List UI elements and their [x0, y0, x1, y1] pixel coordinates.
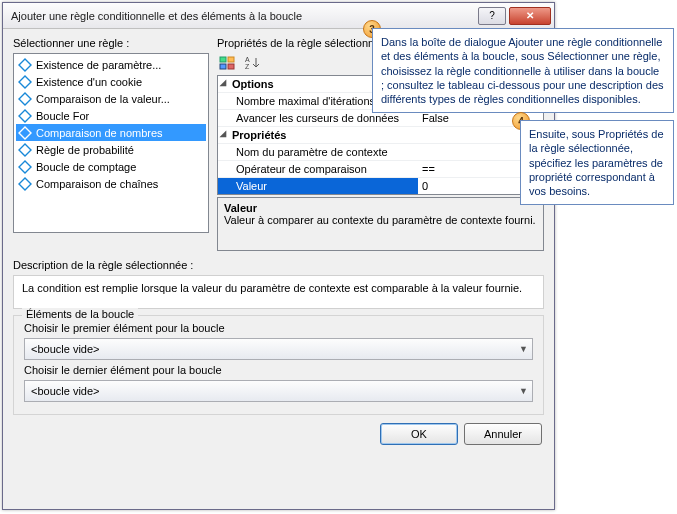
rules-listbox[interactable]: Existence de paramètre... Existence d'un…: [13, 53, 209, 233]
svg-rect-0: [220, 57, 226, 62]
alphabetical-button[interactable]: AZ: [243, 54, 263, 72]
chevron-down-icon: ▼: [519, 344, 528, 354]
first-item-combo[interactable]: <boucle vide> ▼: [24, 338, 533, 360]
ok-button[interactable]: OK: [380, 423, 458, 445]
svg-rect-2: [220, 64, 226, 69]
condition-icon: [18, 75, 32, 89]
condition-icon: [18, 126, 32, 140]
prop-name[interactable]: Opérateur de comparaison: [218, 161, 418, 177]
propdesc-title: Valeur: [224, 202, 537, 214]
svg-rect-3: [228, 64, 234, 69]
list-item[interactable]: Comparaison de nombres: [16, 124, 206, 141]
loop-items-group: Éléments de la boucle Choisir le premier…: [13, 315, 544, 415]
list-item[interactable]: Règle de probabilité: [16, 141, 206, 158]
rule-description-label: Description de la règle sélectionnée :: [13, 259, 544, 271]
rule-description-box: La condition est remplie lorsque la vale…: [13, 275, 544, 309]
close-button[interactable]: ✕: [509, 7, 551, 25]
chevron-down-icon: ▼: [519, 386, 528, 396]
prop-category[interactable]: Options: [218, 76, 278, 92]
last-item-label: Choisir le dernier élément pour la boucl…: [24, 364, 533, 376]
svg-text:Z: Z: [245, 63, 250, 70]
list-item[interactable]: Comparaison de chaînes: [16, 175, 206, 192]
titlebar: Ajouter une règle conditionnelle et des …: [3, 3, 554, 29]
condition-icon: [18, 58, 32, 72]
condition-icon: [18, 177, 32, 191]
prop-category[interactable]: Propriétés: [218, 127, 290, 143]
list-item[interactable]: Comparaison de la valeur...: [16, 90, 206, 107]
help-button[interactable]: ?: [478, 7, 506, 25]
list-item[interactable]: Boucle de comptage: [16, 158, 206, 175]
callout-4: Ensuite, sous Propriétés de la règle sél…: [520, 120, 674, 205]
first-item-label: Choisir le premier élément pour la boucl…: [24, 322, 533, 334]
prop-name[interactable]: Valeur: [218, 178, 418, 194]
prop-name[interactable]: Nom du paramètre de contexte: [218, 144, 418, 160]
list-item[interactable]: Boucle For: [16, 107, 206, 124]
list-item[interactable]: Existence de paramètre...: [16, 56, 206, 73]
condition-icon: [18, 160, 32, 174]
condition-icon: [18, 143, 32, 157]
cancel-button[interactable]: Annuler: [464, 423, 542, 445]
callout-3: Dans la boîte de dialogue Ajouter une rè…: [372, 28, 674, 113]
categorized-button[interactable]: [217, 54, 237, 72]
condition-icon: [18, 92, 32, 106]
select-rule-label: Sélectionner une règle :: [13, 37, 209, 49]
condition-icon: [18, 109, 32, 123]
dialog-buttons: OK Annuler: [13, 423, 544, 445]
list-item[interactable]: Existence d'un cookie: [16, 73, 206, 90]
window-title: Ajouter une règle conditionnelle et des …: [11, 10, 478, 22]
categorized-icon: [219, 56, 235, 70]
propdesc-text: Valeur à comparer au contexte du paramèt…: [224, 214, 537, 226]
property-description-pane: Valeur Valeur à comparer au contexte du …: [217, 197, 544, 251]
svg-rect-1: [228, 57, 234, 62]
loop-items-legend: Éléments de la boucle: [22, 308, 138, 320]
sort-az-icon: AZ: [245, 56, 261, 70]
svg-text:A: A: [245, 56, 250, 63]
last-item-combo[interactable]: <boucle vide> ▼: [24, 380, 533, 402]
